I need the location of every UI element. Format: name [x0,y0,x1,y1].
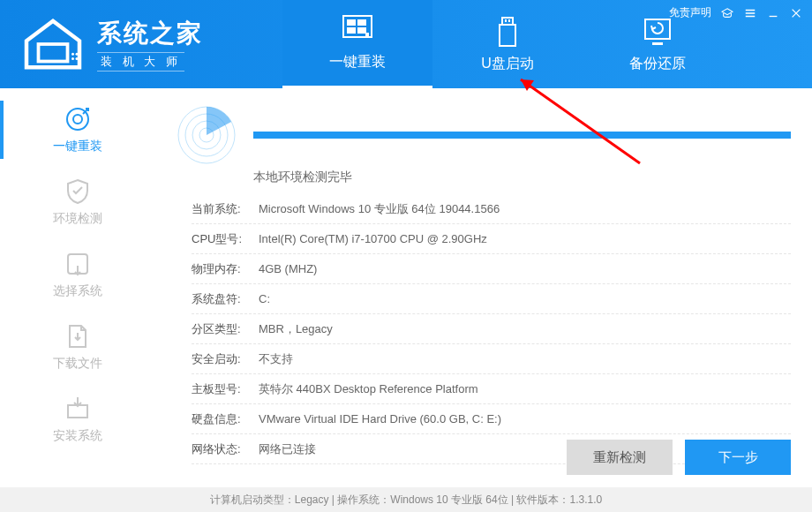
sidebar-label: 安装系统 [53,428,102,444]
topnav-label: 一键重装 [329,53,386,72]
logo-title: 系统之家 [97,17,203,50]
info-label: 网络状态: [192,441,259,457]
radar-icon [176,104,237,166]
titlebar: 免责声明 [669,5,803,20]
info-row: 安全启动:不支持 [192,344,791,374]
info-value: C: [259,292,791,305]
progress-bar [253,132,791,139]
info-label: 当前系统: [192,201,259,217]
info-label: 物理内存: [192,261,259,277]
rescan-button[interactable]: 重新检测 [567,440,673,475]
graduation-icon[interactable] [720,6,734,20]
info-value: 不支持 [259,351,791,367]
svg-rect-8 [347,27,356,34]
sidebar-label: 下载文件 [53,356,102,372]
info-label: 安全启动: [192,351,259,367]
menu-icon[interactable] [743,6,757,20]
minimize-icon[interactable] [766,6,780,20]
info-row: 分区类型:MBR，Legacy [192,314,791,344]
target-icon [64,105,92,133]
info-label: 系统盘符: [192,291,259,307]
svg-rect-11 [500,25,515,46]
logo-subtitle: 装 机 大 师 [97,52,184,72]
sidebar: 一键重装 环境检测 选择系统 下载文件 安装系统 [0,88,154,487]
logo: 系统之家 装 机 大 师 [0,17,282,72]
info-label: CPU型号: [192,231,259,247]
usb-icon [489,16,526,48]
info-row: 硬盘信息:VMware Virtual IDE Hard Drive (60.0… [192,404,791,434]
svg-point-17 [73,115,82,124]
topnav-label: U盘启动 [481,55,534,73]
info-row: CPU型号:Intel(R) Core(TM) i7-10700 CPU @ 2… [192,224,791,254]
sidebar-item-select[interactable]: 选择系统 [0,238,154,311]
main-panel: 本地环境检测完毕 当前系统:Microsoft Windows 10 专业版 6… [154,88,812,487]
sidebar-item-install[interactable]: 安装系统 [0,383,154,456]
info-label: 硬盘信息: [192,411,259,427]
info-value: MBR，Legacy [259,321,791,337]
info-row: 物理内存:4GB (MHZ) [192,254,791,284]
close-icon[interactable] [789,6,803,20]
svg-point-3 [71,57,74,60]
sidebar-label: 选择系统 [53,283,102,299]
topnav-reinstall[interactable]: 一键重装 [282,0,432,88]
download-icon [64,322,92,350]
action-buttons: 重新检测 下一步 [567,440,791,475]
topnav-usb[interactable]: U盘启动 [432,0,583,88]
house-logo-icon [18,18,88,71]
svg-point-1 [71,53,74,56]
shield-icon [64,177,92,206]
svg-point-2 [76,53,79,56]
info-label: 分区类型: [192,321,259,337]
body: 一键重装 环境检测 选择系统 下载文件 安装系统 [0,88,812,487]
windows-icon [339,14,376,46]
info-row: 系统盘符:C: [192,284,791,314]
svg-rect-15 [652,42,663,45]
sidebar-label: 一键重装 [53,139,102,154]
info-table: 当前系统:Microsoft Windows 10 专业版 64位 19044.… [192,194,791,464]
svg-rect-7 [357,19,366,26]
svg-rect-0 [39,44,68,62]
select-icon [64,250,92,278]
info-row: 当前系统:Microsoft Windows 10 专业版 64位 19044.… [192,194,791,224]
sidebar-item-detect[interactable]: 环境检测 [0,166,154,238]
sidebar-item-reinstall[interactable]: 一键重装 [0,94,154,166]
install-icon [64,395,92,423]
info-label: 主板型号: [192,381,259,397]
svg-rect-12 [505,19,507,22]
topnav-label: 备份还原 [629,55,686,73]
sidebar-item-download[interactable]: 下载文件 [0,311,154,383]
scan-status: 本地环境检测完毕 [253,169,791,185]
svg-point-4 [76,57,79,60]
svg-rect-13 [508,19,510,22]
info-value: VMware Virtual IDE Hard Drive (60.0 GB, … [259,412,791,425]
header: 系统之家 装 机 大 师 一键重装 U盘启动 [0,0,812,88]
svg-rect-10 [502,18,513,25]
info-value: Intel(R) Core(TM) i7-10700 CPU @ 2.90GHz [259,232,791,245]
scan-row [176,104,791,166]
info-value: Microsoft Windows 10 专业版 64位 19044.1566 [259,201,791,217]
svg-rect-6 [347,19,356,26]
info-value: 4GB (MHZ) [259,262,791,275]
info-row: 主板型号:英特尔 440BX Desktop Reference Platfor… [192,374,791,404]
sidebar-label: 环境检测 [53,211,102,227]
next-button[interactable]: 下一步 [685,440,791,475]
disclaimer-link[interactable]: 免责声明 [669,5,711,20]
footer-status: 计算机启动类型：Legacy | 操作系统：Windows 10 专业版 64位… [0,487,812,512]
info-value: 英特尔 440BX Desktop Reference Platform [259,381,791,397]
